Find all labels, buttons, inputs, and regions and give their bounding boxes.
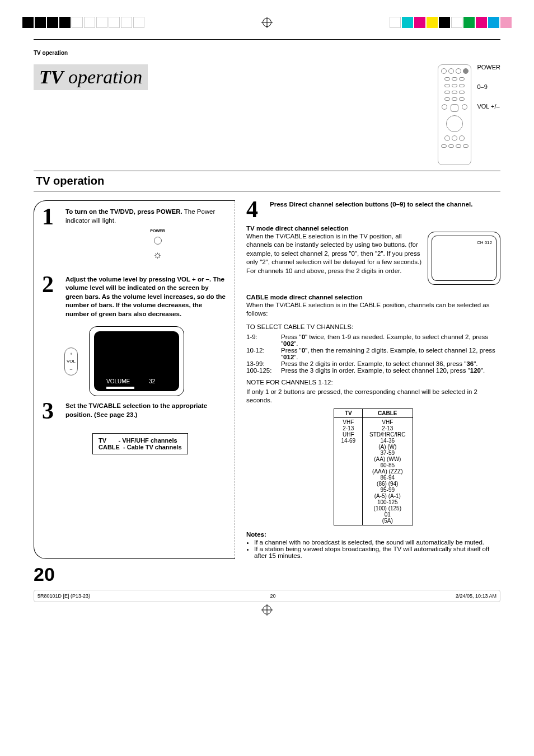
osd-volume-value: 32 (149, 378, 155, 384)
vol-rocker-label: VOL (67, 359, 76, 364)
note-item-2: If a station being viewed stops broadcas… (254, 546, 500, 559)
list-item: 10-12:Press "0", then the remaining 2 di… (246, 347, 500, 360)
td-cable: VHF2-13STD/HRC/IRC14-36(A) (W)37-59(AA) … (363, 417, 413, 525)
led-icon (154, 237, 162, 245)
tvmode-heading: TV mode direct channel selection (246, 225, 500, 232)
th-cable: CABLE (363, 408, 413, 417)
title-prefix: TV (39, 67, 63, 87)
cablemode-para: When the TV/CABLE selection is in the CA… (246, 301, 500, 318)
list-value: Press "0", then the remaining 2 digits. … (281, 347, 500, 360)
note-channels-para: If only 1 or 2 buttons are pressed, the … (246, 388, 500, 405)
color-bar-left (22, 17, 144, 28)
remote-callouts: POWER 0–9 VOL +/– (477, 64, 500, 123)
info-row-tv: TV - VHF/UHF channels (99, 437, 182, 444)
channel-select-list: 1-9:Press "0" twice, then 1-9 as needed.… (246, 334, 500, 374)
shine-icon: ☼ (153, 248, 162, 261)
footer-mid: 20 (270, 593, 275, 599)
registration-mark-icon (263, 18, 271, 27)
page-title-plate: TV operation (34, 64, 148, 90)
print-color-bars (0, 17, 534, 28)
list-item: 1-9:Press "0" twice, then 1-9 as needed.… (246, 334, 500, 347)
remote-label-volume: VOL +/– (477, 104, 500, 110)
footer-bar: 5R80101D [E] (P13-23) 20 2/24/05, 10:13 … (34, 590, 500, 602)
select-heading: TO SELECT CABLE TV CHANNELS: (246, 323, 500, 332)
tv-cable-table: TV CABLE VHF2-13UHF14-69 VHF2-13STD/HRC/… (334, 408, 413, 525)
remote-body (438, 64, 471, 165)
info-row-cable: CABLE - Cable TV channels (99, 444, 182, 450)
osd-volume-label: VOLUME (106, 378, 130, 384)
step-number-2: 2 (42, 275, 61, 319)
list-value: Press "0" twice, then 1-9 as needed. Exa… (281, 334, 500, 347)
running-head: TV operation (34, 50, 500, 56)
list-value: Press the 3 digits in order. Example, to… (281, 367, 485, 374)
step-number-3: 3 (42, 402, 61, 421)
left-steps-panel: 1 To turn on the TV/DVD, press POWER. Th… (34, 200, 235, 559)
list-item: 13-99:Press the 2 digits in order. Examp… (246, 360, 500, 367)
step-2-body: Adjust the volume level by pressing VOL … (65, 275, 227, 319)
th-tv: TV (334, 408, 363, 417)
remote-illustration: POWER 0–9 VOL +/– (438, 64, 500, 165)
vol-rocker-icon: + VOL – (64, 348, 78, 375)
page-top-rule (34, 39, 500, 40)
osd-channel: CH 012 (477, 240, 492, 245)
power-led-illustration: POWER ☼ (88, 228, 227, 262)
step-1-body: To turn on the TV/DVD, press POWER. The … (65, 208, 227, 267)
color-bar-right (390, 17, 512, 28)
step-number-1: 1 (42, 208, 61, 267)
step-number-4: 4 (246, 200, 265, 219)
list-value: Press the 2 digits in order. Example, to… (281, 360, 477, 367)
registration-mark-bottom-icon (263, 605, 271, 614)
volume-illustration: + VOL – VOLUME 32 (64, 326, 227, 396)
notes-heading: Notes: (246, 531, 266, 538)
step-3-bold: Set the TV/CABLE selection to the approp… (65, 402, 207, 418)
note-item-1: If a channel with no broadcast is select… (254, 539, 500, 546)
remote-label-digits: 0–9 (477, 84, 500, 90)
step-2-bold: Adjust the volume level by pressing VOL … (65, 276, 226, 317)
list-key: 100-125: (246, 367, 281, 374)
step-1-bold: To turn on the TV/DVD, press POWER. (65, 208, 182, 215)
list-item: 100-125:Press the 3 digits in order. Exa… (246, 367, 500, 374)
step-3-body: Set the TV/CABLE selection to the approp… (65, 402, 227, 421)
power-led-label: POWER (150, 228, 165, 233)
tv-screen-channel: CH 012 (428, 232, 500, 285)
footer-left: 5R80101D [E] (P13-23) (38, 593, 90, 599)
list-key: 10-12: (246, 347, 281, 360)
step-4-bold: Press Direct channel selection buttons (… (270, 201, 472, 208)
cablemode-heading: CABLE mode direct channel selection (246, 294, 500, 300)
volume-bar-icon (106, 387, 134, 389)
tv-cable-info-box: TV - VHF/UHF channels CABLE - Cable TV c… (92, 433, 188, 454)
list-key: 1-9: (246, 334, 281, 347)
footer-right: 2/24/05, 10:13 AM (456, 593, 496, 599)
remote-label-power: POWER (477, 64, 500, 71)
section-heading: TV operation (34, 171, 500, 191)
list-key: 13-99: (246, 360, 281, 367)
note-channels-heading: NOTE FOR CHANNELS 1-12: (246, 378, 500, 387)
tv-screen-vol: VOLUME 32 (89, 326, 184, 396)
page-number: 20 (34, 564, 500, 585)
notes-block: Notes: If a channel with no broadcast is… (246, 531, 500, 559)
right-column: 4 Press Direct channel selection buttons… (246, 200, 500, 559)
td-tv: VHF2-13UHF14-69 (334, 417, 363, 525)
title-rest: operation (63, 67, 142, 87)
